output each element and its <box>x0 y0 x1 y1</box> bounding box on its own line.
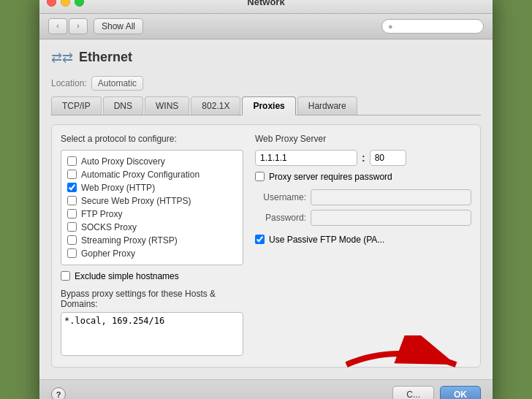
proxy-ip-input[interactable] <box>255 150 357 166</box>
tab-wins[interactable]: WINS <box>145 96 189 115</box>
minimize-button[interactable] <box>61 0 70 7</box>
network-window: Network ‹ › Show All ● ⇄⇄ Ethernet <box>39 0 493 399</box>
web-proxy-label: Web Proxy (HTTP) <box>81 183 155 193</box>
location-bar: Location: Automatic <box>51 76 481 91</box>
tab-8021x[interactable]: 802.1X <box>191 96 240 115</box>
username-label: Username: <box>255 192 306 202</box>
gopher-label: Gopher Proxy <box>81 248 135 259</box>
traffic-lights <box>47 0 84 7</box>
back-button[interactable]: ‹ <box>48 18 67 34</box>
bypass-label: Bypass proxy settings for these Hosts & … <box>61 289 243 309</box>
forward-button[interactable]: › <box>69 18 88 34</box>
protocol-list: Auto Proxy Discovery Automatic Proxy Con… <box>61 150 243 265</box>
exclude-hostnames-checkbox[interactable] <box>61 271 70 281</box>
content-area: ⇄⇄ Ethernet Location: Automatic TCP/IP D… <box>39 39 493 379</box>
tabs: TCP/IP DNS WINS 802.1X Proxies Hardware <box>51 96 481 115</box>
toolbar: ‹ › Show All ● <box>39 14 493 39</box>
list-item: Web Proxy (HTTP) <box>67 181 237 194</box>
show-all-button[interactable]: Show All <box>94 18 143 34</box>
username-input[interactable] <box>311 189 471 205</box>
proxy-port-input[interactable] <box>370 150 406 166</box>
password-input[interactable] <box>311 210 471 226</box>
ethernet-icon: ⇄⇄ <box>51 50 73 66</box>
list-item: Auto Proxy Discovery <box>67 155 237 168</box>
left-panel: Select a protocol to configure: Auto Pro… <box>61 134 243 358</box>
tab-hardware[interactable]: Hardware <box>297 96 357 115</box>
password-label: Password: <box>255 213 306 223</box>
secure-web-label: Secure Web Proxy (HTTPS) <box>81 196 191 206</box>
list-item: Gopher Proxy <box>67 247 237 260</box>
passive-ftp-row: Use Passive FTP Mode (PA... <box>255 235 471 245</box>
tab-tcpip[interactable]: TCP/IP <box>51 96 102 115</box>
auto-config-label: Automatic Proxy Configuration <box>81 170 200 180</box>
cancel-button[interactable]: C... <box>392 386 434 400</box>
title-bar: Network <box>39 0 493 14</box>
list-item: SOCKS Proxy <box>67 221 237 234</box>
bottom-bar: ? C... OK <box>39 379 493 400</box>
close-button[interactable] <box>47 0 56 7</box>
passive-ftp-checkbox[interactable] <box>255 235 265 244</box>
username-row: Username: <box>255 189 471 205</box>
maximize-button[interactable] <box>75 0 84 7</box>
window-title: Network <box>247 0 284 7</box>
exclude-row: Exclude simple hostnames <box>61 271 243 281</box>
ok-button[interactable]: OK <box>440 386 481 400</box>
tab-proxies[interactable]: Proxies <box>242 96 295 115</box>
web-proxy-server-label: Web Proxy Server <box>255 134 471 144</box>
auto-proxy-label: Auto Proxy Discovery <box>81 156 165 167</box>
tab-dns[interactable]: DNS <box>103 96 143 115</box>
exclude-hostnames-label: Exclude simple hostnames <box>75 271 179 281</box>
auto-config-checkbox[interactable] <box>67 170 77 179</box>
secure-web-checkbox[interactable] <box>67 196 77 205</box>
bypass-textarea[interactable] <box>61 312 243 356</box>
passive-ftp-label: Use Passive FTP Mode (PA... <box>269 235 384 245</box>
password-row: Proxy server requires password <box>255 172 471 182</box>
search-input[interactable] <box>396 21 477 31</box>
list-item: Automatic Proxy Configuration <box>67 168 237 181</box>
bottom-buttons: C... OK <box>392 386 481 400</box>
location-dropdown[interactable]: Automatic <box>91 76 143 91</box>
ethernet-header: ⇄⇄ Ethernet <box>51 47 481 69</box>
list-item: Secure Web Proxy (HTTPS) <box>67 194 237 208</box>
main-content: Select a protocol to configure: Auto Pro… <box>51 124 481 368</box>
socks-proxy-checkbox[interactable] <box>67 222 77 232</box>
colon-separator: : <box>362 152 365 164</box>
socks-proxy-label: SOCKS Proxy <box>81 222 137 232</box>
ethernet-title: Ethernet <box>79 50 132 65</box>
help-button[interactable]: ? <box>51 387 66 400</box>
requires-password-label: Proxy server requires password <box>269 172 392 182</box>
auto-proxy-checkbox[interactable] <box>67 156 77 166</box>
ftp-proxy-checkbox[interactable] <box>67 209 77 218</box>
search-box[interactable]: ● <box>381 19 484 34</box>
password-row: Password: <box>255 210 471 226</box>
web-proxy-checkbox[interactable] <box>67 183 77 192</box>
requires-password-checkbox[interactable] <box>255 172 265 181</box>
gopher-checkbox[interactable] <box>67 248 77 258</box>
streaming-label: Streaming Proxy (RTSP) <box>81 235 178 246</box>
search-icon: ● <box>388 22 393 31</box>
list-item: FTP Proxy <box>67 208 237 221</box>
proxy-server-row: : <box>255 150 471 166</box>
list-item: Streaming Proxy (RTSP) <box>67 234 237 247</box>
streaming-checkbox[interactable] <box>67 235 77 245</box>
right-panel: Web Proxy Server : Proxy server requires… <box>255 134 471 358</box>
protocol-section-label: Select a protocol to configure: <box>61 134 243 144</box>
location-label: Location: <box>51 78 87 88</box>
ftp-proxy-label: FTP Proxy <box>81 209 122 219</box>
nav-buttons: ‹ › <box>48 18 88 34</box>
